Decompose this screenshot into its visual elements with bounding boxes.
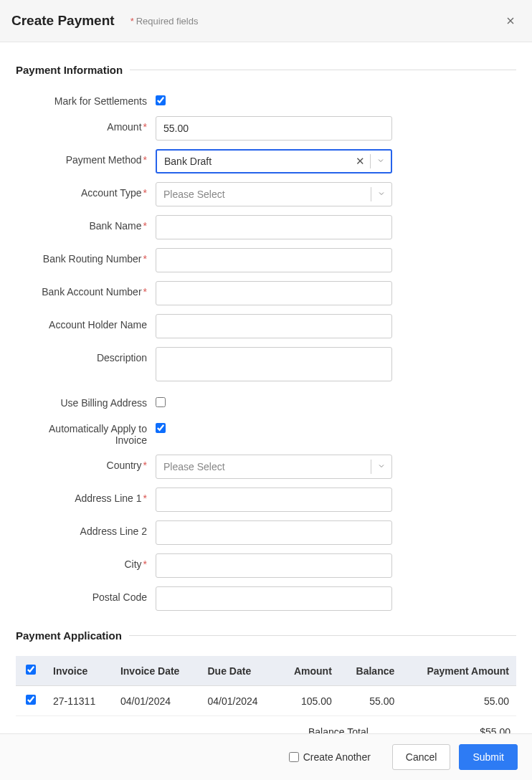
section-title: Payment Application	[16, 629, 122, 642]
section-payment-info: Payment Information	[16, 64, 516, 76]
auto-apply-checkbox[interactable]	[156, 423, 166, 433]
select-all-checkbox[interactable]	[26, 665, 36, 675]
country-select[interactable]: Please Select	[156, 455, 392, 479]
row-checkbox[interactable]	[26, 695, 36, 705]
address-line2-input[interactable]	[156, 520, 392, 545]
divider	[130, 70, 516, 70]
col-payment-amount: Payment Amount	[402, 656, 516, 686]
label-bank-name: Bank Name*	[16, 215, 156, 232]
label-auto-apply: Automatically Apply to Invoice	[16, 418, 156, 446]
label-mark-settlements: Mark for Settlements	[16, 90, 156, 107]
table-row: 27-11311 04/01/2024 04/01/2024 105.00 55…	[16, 686, 516, 716]
submit-button[interactable]: Submit	[459, 744, 518, 770]
balance-total-label: Balance Total	[308, 726, 369, 733]
account-holder-input[interactable]	[156, 314, 392, 338]
label-addr2: Address Line 2	[16, 520, 156, 537]
required-fields-note: *Required fields	[130, 16, 199, 27]
address-line1-input[interactable]	[156, 488, 392, 512]
modal-body: Payment Information Mark for Settlements…	[0, 42, 532, 733]
label-city: City*	[16, 553, 156, 570]
clear-icon[interactable]: ✕	[350, 155, 370, 168]
create-another-checkbox[interactable]	[289, 752, 299, 762]
modal-title: Create Payment	[11, 13, 115, 29]
label-account-no: Bank Account Number*	[16, 281, 156, 298]
cell-amount: 105.00	[277, 686, 338, 716]
col-invoice: Invoice	[46, 656, 113, 686]
amount-input[interactable]	[156, 116, 392, 141]
label-description: Description	[16, 347, 156, 363]
cell-balance: 55.00	[339, 686, 402, 716]
cell-due-date: 04/01/2024	[201, 686, 277, 716]
label-amount: Amount*	[16, 116, 156, 133]
divider	[129, 635, 516, 636]
label-country: Country*	[16, 455, 156, 471]
payment-method-select[interactable]: Bank Draft ✕	[156, 149, 392, 173]
bank-name-input[interactable]	[156, 215, 392, 239]
section-payment-application: Payment Application	[16, 629, 516, 642]
modal-header: Create Payment *Required fields	[0, 0, 532, 42]
chevron-down-icon[interactable]	[371, 461, 391, 472]
account-type-placeholder: Please Select	[156, 189, 371, 200]
chevron-down-icon[interactable]	[371, 156, 391, 167]
bank-routing-input[interactable]	[156, 248, 392, 272]
bank-account-input[interactable]	[156, 281, 392, 305]
col-amount: Amount	[277, 656, 338, 686]
label-payment-method: Payment Method*	[16, 149, 156, 166]
use-billing-checkbox[interactable]	[156, 397, 166, 407]
payment-method-value: Bank Draft	[157, 156, 350, 167]
label-postal: Postal Code	[16, 586, 156, 603]
label-use-billing: Use Billing Address	[16, 392, 156, 409]
col-due-date: Due Date	[201, 656, 277, 686]
col-balance: Balance	[339, 656, 402, 686]
cell-invoice: 27-11311	[46, 686, 113, 716]
payment-application-table: Invoice Invoice Date Due Date Amount Bal…	[16, 656, 516, 716]
country-placeholder: Please Select	[156, 461, 371, 472]
mark-settlements-checkbox[interactable]	[156, 95, 166, 105]
close-icon[interactable]	[503, 14, 518, 28]
modal-footer: Create Another Cancel Submit	[0, 733, 532, 780]
cell-invoice-date: 04/01/2024	[113, 686, 201, 716]
balance-total-value: $55.00	[480, 726, 510, 733]
cell-payment-amount: 55.00	[402, 686, 516, 716]
label-routing: Bank Routing Number*	[16, 248, 156, 265]
cancel-button[interactable]: Cancel	[392, 744, 451, 770]
create-payment-modal: Create Payment *Required fields Payment …	[0, 0, 532, 780]
create-another-wrap[interactable]: Create Another	[289, 751, 371, 763]
section-title: Payment Information	[16, 64, 123, 76]
label-account-type: Account Type*	[16, 182, 156, 199]
postal-code-input[interactable]	[156, 586, 392, 611]
description-textarea[interactable]	[156, 347, 392, 381]
account-type-select[interactable]: Please Select	[156, 182, 392, 206]
totals-block: Balance Total $55.00 Payment Application…	[308, 725, 516, 733]
city-input[interactable]	[156, 553, 392, 578]
label-holder: Account Holder Name	[16, 314, 156, 330]
chevron-down-icon[interactable]	[371, 189, 391, 200]
label-addr1: Address Line 1*	[16, 488, 156, 504]
col-invoice-date: Invoice Date	[113, 656, 201, 686]
create-another-label: Create Another	[303, 751, 371, 763]
